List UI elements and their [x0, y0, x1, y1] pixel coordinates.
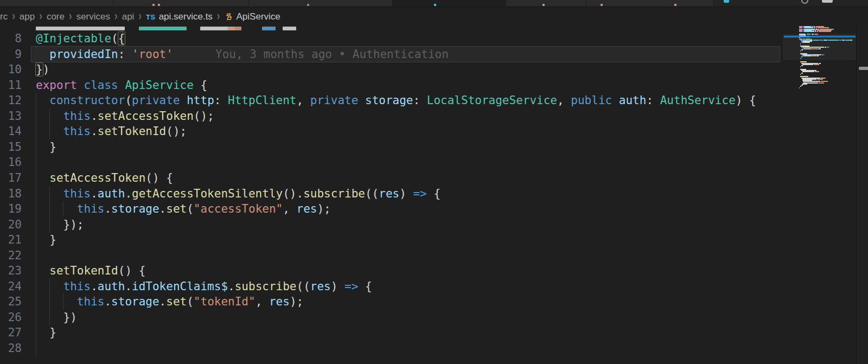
- code-token: 'root': [132, 48, 173, 61]
- tab-active[interactable]: [393, 0, 506, 7]
- code-line[interactable]: }: [36, 325, 780, 341]
- code-token: .: [104, 202, 111, 215]
- code-token: ApiService: [125, 79, 193, 92]
- minimap-line: [801, 85, 803, 86]
- line-number[interactable]: 17: [0, 170, 22, 186]
- line-number[interactable]: 27: [0, 325, 22, 341]
- code-token: res: [310, 280, 331, 293]
- code-line[interactable]: }): [36, 310, 780, 325]
- indent-guide: [49, 201, 50, 217]
- code-line[interactable]: this.setTokenId();: [36, 124, 780, 139]
- minimap-line: [801, 73, 803, 74]
- line-number[interactable]: 14: [0, 124, 22, 139]
- code-token: [36, 48, 49, 61]
- line-number[interactable]: 19: [0, 201, 22, 217]
- code-line[interactable]: this.auth.idTokenClaims$.subscribe((res)…: [36, 279, 780, 295]
- line-number[interactable]: 11: [0, 78, 22, 93]
- indent-guide: [36, 170, 36, 186]
- tab-label-fragment: [158, 4, 160, 6]
- breadcrumb-item-core[interactable]: core: [47, 11, 65, 22]
- breadcrumb-label: ApiService: [237, 11, 280, 22]
- code-line[interactable]: this.storage.set("accessToken", res);: [36, 201, 780, 217]
- line-number[interactable]: 25: [0, 294, 22, 310]
- line-number[interactable]: 20: [0, 217, 22, 233]
- breadcrumb-item-api-service-ts[interactable]: TSapi.service.ts: [146, 11, 213, 22]
- breadcrumb-item-api[interactable]: api: [122, 11, 135, 22]
- code-line[interactable]: }): [36, 62, 780, 78]
- line-number[interactable]: 26: [0, 310, 22, 325]
- line-number[interactable]: 24: [0, 279, 22, 295]
- breadcrumb-item-apiservice[interactable]: ApiService: [225, 11, 280, 22]
- line-number[interactable]: 15: [0, 139, 22, 155]
- code-line[interactable]: });: [36, 217, 780, 233]
- clipped-code-line-fragment: [262, 27, 276, 30]
- line-number[interactable]: 16: [0, 155, 22, 170]
- layout-menu-icon[interactable]: [822, 0, 833, 3]
- code-line[interactable]: this.auth.getAccessTokenSilently().subsc…: [36, 186, 780, 202]
- minimap-line: [800, 66, 801, 67]
- code-line[interactable]: [36, 248, 780, 264]
- tab-label-fragment: [434, 4, 436, 6]
- breadcrumb-item-rc[interactable]: rc: [0, 11, 8, 22]
- tab[interactable]: [0, 0, 113, 7]
- code-token: [36, 171, 49, 184]
- code-token: setTokenId: [49, 264, 118, 277]
- code-token: storage: [111, 202, 159, 215]
- line-number[interactable]: 28: [0, 341, 22, 356]
- scrollbar-thumb[interactable]: [859, 67, 868, 70]
- line-number[interactable]: 12: [0, 93, 22, 108]
- code-line[interactable]: this.setAccessToken();: [36, 108, 780, 124]
- minimap-current-line-marker: [784, 36, 856, 38]
- code-line[interactable]: setTokenId() {: [36, 263, 780, 279]
- minimap-line: [816, 31, 819, 32]
- code-line[interactable]: }: [36, 139, 780, 155]
- line-number[interactable]: 22: [0, 248, 22, 264]
- code-token: HttpClient: [228, 94, 296, 107]
- minimap-line: [815, 71, 819, 72]
- code-token: ,: [283, 202, 296, 215]
- minimap[interactable]: [799, 26, 856, 364]
- indent-guide: [49, 186, 50, 202]
- tab[interactable]: [586, 0, 714, 7]
- tab[interactable]: [249, 0, 393, 7]
- code-line[interactable]: providedIn: 'root'You, 3 months ago • Au…: [36, 47, 780, 62]
- code-line[interactable]: [36, 341, 780, 356]
- code-editor[interactable]: 8@Injectable({9 providedIn: 'root'You, 3…: [0, 26, 868, 364]
- code-token: () {: [145, 171, 173, 184]
- code-line[interactable]: constructor(private http: HttpClient, pr…: [36, 93, 780, 108]
- line-number[interactable]: 9: [0, 47, 22, 62]
- line-number[interactable]: 10: [0, 62, 22, 78]
- indent-guide: [63, 201, 63, 217]
- code-token: ): [331, 280, 344, 293]
- indent-guide: [49, 294, 50, 310]
- line-number[interactable]: 8: [0, 31, 22, 47]
- code-token: [36, 295, 77, 308]
- tab[interactable]: [714, 0, 868, 7]
- sync-badge-icon[interactable]: [724, 0, 729, 3]
- line-number[interactable]: 13: [0, 108, 22, 124]
- code-token: [180, 94, 187, 107]
- breadcrumb-item-app[interactable]: app: [20, 11, 35, 22]
- indent-guide: [36, 263, 36, 279]
- code-token: ,: [297, 94, 310, 107]
- tab[interactable]: [113, 0, 249, 7]
- tab[interactable]: [506, 0, 586, 7]
- breadcrumb-item-services[interactable]: services: [76, 11, 110, 22]
- code-line[interactable]: this.storage.set("tokenId", res);: [36, 294, 780, 310]
- code-line[interactable]: }: [36, 232, 780, 248]
- code-token: res: [379, 187, 399, 200]
- code-token: ): [43, 63, 50, 76]
- code-token: {: [427, 187, 441, 200]
- clipped-code-line-fragment: [283, 27, 296, 30]
- line-number[interactable]: 21: [0, 232, 22, 248]
- code-token: [77, 79, 84, 92]
- code-line[interactable]: [36, 155, 780, 170]
- code-token: ((: [297, 280, 310, 293]
- code-line[interactable]: setAccessToken() {: [36, 170, 780, 186]
- line-number[interactable]: 23: [0, 263, 22, 279]
- code-line[interactable]: export class ApiService {: [36, 78, 780, 93]
- code-token: ((: [365, 187, 379, 200]
- code-token: [36, 264, 49, 277]
- code-line[interactable]: @Injectable({: [36, 31, 780, 47]
- line-number[interactable]: 18: [0, 186, 22, 202]
